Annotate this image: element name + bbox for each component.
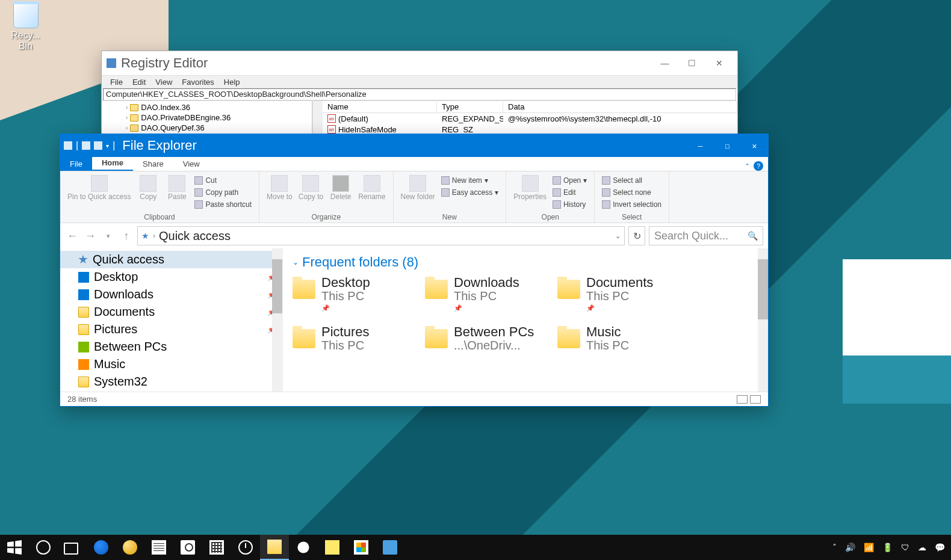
regedit-tree-scrollbar[interactable]: [312, 101, 323, 137]
regedit-menu-file[interactable]: File: [105, 78, 128, 87]
regedit-menu-favorites[interactable]: Favorites: [177, 78, 218, 87]
paste-shortcut-button[interactable]: Paste shortcut: [194, 199, 252, 210]
qat-newfolder-icon[interactable]: [94, 141, 102, 150]
back-button[interactable]: ←: [65, 229, 79, 243]
new-folder-button[interactable]: New folder: [398, 174, 438, 202]
tray-battery-icon[interactable]: 🔋: [882, 543, 893, 552]
address-dropdown-icon[interactable]: ⌄: [615, 232, 621, 240]
folder-item-documents[interactable]: DocumentsThis PC📌: [557, 276, 684, 312]
taskbar-settings[interactable]: [289, 535, 318, 560]
navigation-pane[interactable]: Quick access Desktop📌 Downloads📌 Documen…: [60, 248, 283, 392]
explorer-minimize-button[interactable]: —: [687, 134, 714, 157]
file-explorer-window[interactable]: | ▾ | File Explorer — ☐ ✕ File Home Shar…: [60, 134, 769, 407]
search-box[interactable]: Search Quick... 🔍: [649, 226, 763, 245]
cut-button[interactable]: Cut: [194, 175, 252, 186]
nav-system32[interactable]: System32: [60, 373, 282, 390]
regedit-menu-help[interactable]: Help: [219, 78, 245, 87]
nav-documents[interactable]: Documents📌: [60, 303, 282, 321]
content-pane[interactable]: ⌄Frequent folders (8) DesktopThis PC📌 Do…: [283, 248, 768, 392]
taskbar-paint[interactable]: [116, 535, 144, 560]
nav-scrollbar[interactable]: [272, 248, 282, 392]
ribbon-collapse-icon[interactable]: ⌃: [745, 162, 750, 170]
copy-to-button[interactable]: Copy to: [296, 174, 326, 202]
easy-access-button[interactable]: Easy access ▾: [441, 187, 498, 198]
regedit-tree-node[interactable]: ›DAO.QueryDef.36: [102, 123, 312, 133]
forward-button[interactable]: →: [83, 229, 98, 243]
regedit-close-button[interactable]: ✕: [705, 54, 733, 72]
view-icons-button[interactable]: [750, 395, 761, 404]
qat-icon-1[interactable]: [64, 141, 72, 150]
tray-volume-icon[interactable]: 🔊: [845, 543, 855, 552]
history-button[interactable]: History: [553, 199, 587, 210]
tray-overflow-button[interactable]: ˄: [832, 543, 837, 552]
tab-file[interactable]: File: [60, 157, 92, 171]
regedit-value-list[interactable]: Name Type Data ab(Default) REG_EXPAND_SZ…: [323, 101, 737, 137]
folder-item-desktop[interactable]: DesktopThis PC📌: [293, 276, 419, 312]
nav-quick-access[interactable]: Quick access: [60, 251, 282, 268]
taskbar-calendar[interactable]: [144, 535, 173, 560]
tray-defender-icon[interactable]: 🛡: [901, 543, 909, 552]
taskbar-store[interactable]: [347, 535, 376, 560]
select-none-button[interactable]: Select none: [602, 187, 661, 198]
taskbar[interactable]: ˄ 🔊 📶 🔋 🛡 ☁ 💬: [0, 535, 951, 560]
content-scrollbar[interactable]: [758, 248, 768, 392]
tray-network-icon[interactable]: 📶: [864, 543, 874, 552]
recent-locations-button[interactable]: ▾: [101, 229, 116, 243]
regedit-maximize-button[interactable]: ☐: [678, 54, 705, 72]
regedit-tree-node[interactable]: ›DAO.Index.36: [102, 102, 312, 112]
nav-between-pcs[interactable]: Between PCs: [60, 338, 282, 355]
taskbar-sticky-notes[interactable]: [318, 535, 347, 560]
copy-button[interactable]: Copy: [134, 174, 162, 202]
taskbar-camera[interactable]: [173, 535, 202, 560]
regedit-col-type[interactable]: Type: [437, 102, 503, 111]
tab-home[interactable]: Home: [92, 156, 133, 171]
folder-item-pictures[interactable]: PicturesThis PC: [293, 325, 419, 352]
view-details-button[interactable]: [737, 395, 748, 404]
nav-desktop[interactable]: Desktop📌: [60, 268, 282, 286]
address-bar[interactable]: ★ › Quick access ⌄: [137, 226, 625, 245]
edit-button[interactable]: Edit: [553, 187, 587, 198]
explorer-maximize-button[interactable]: ☐: [714, 134, 741, 157]
copy-path-button[interactable]: Copy path: [194, 187, 252, 198]
regedit-menu-edit[interactable]: Edit: [128, 78, 150, 87]
tray-onedrive-icon[interactable]: ☁: [918, 543, 926, 552]
new-item-button[interactable]: New item ▾: [441, 175, 498, 186]
explorer-close-button[interactable]: ✕: [741, 134, 768, 157]
taskbar-calculator[interactable]: [202, 535, 231, 560]
task-view-button[interactable]: [58, 535, 87, 560]
regedit-titlebar[interactable]: Registry Editor — ☐ ✕: [102, 51, 737, 75]
open-button[interactable]: Open ▾: [553, 175, 587, 186]
nav-downloads[interactable]: Downloads📌: [60, 286, 282, 303]
regedit-menu-view[interactable]: View: [150, 78, 177, 87]
invert-selection-button[interactable]: Invert selection: [602, 199, 661, 210]
nav-music[interactable]: Music: [60, 355, 282, 373]
delete-button[interactable]: Delete: [327, 174, 355, 202]
frequent-folders-header[interactable]: ⌄Frequent folders (8): [293, 254, 758, 270]
regedit-minimize-button[interactable]: —: [651, 54, 678, 72]
regedit-address-bar[interactable]: Computer\HKEY_CLASSES_ROOT\DesktopBackgr…: [103, 88, 736, 100]
folder-item-music[interactable]: MusicThis PC: [557, 325, 684, 352]
taskbar-security[interactable]: [376, 535, 404, 560]
taskbar-file-explorer[interactable]: [260, 535, 289, 560]
pin-quick-access-button[interactable]: Pin to Quick access: [65, 174, 133, 202]
tab-view[interactable]: View: [173, 157, 209, 171]
action-center-button[interactable]: 💬: [935, 543, 945, 552]
paste-button[interactable]: Paste: [163, 174, 191, 202]
explorer-titlebar[interactable]: | ▾ | File Explorer — ☐ ✕: [60, 134, 768, 157]
taskbar-alarms[interactable]: [231, 535, 260, 560]
move-to-button[interactable]: Move to: [264, 174, 295, 202]
breadcrumb-label[interactable]: Quick access: [159, 229, 231, 243]
regedit-col-name[interactable]: Name: [323, 102, 437, 111]
start-button[interactable]: [0, 535, 29, 560]
folder-item-between-pcs[interactable]: Between PCs...\OneDriv...: [425, 325, 551, 352]
regedit-tree-node[interactable]: ›DAO.PrivateDBEngine.36: [102, 112, 312, 123]
properties-button[interactable]: Properties: [511, 174, 549, 202]
nav-pictures[interactable]: Pictures📌: [60, 321, 282, 338]
cortana-button[interactable]: [29, 535, 58, 560]
regedit-value-row[interactable]: ab(Default) REG_EXPAND_SZ @%systemroot%\…: [323, 113, 737, 124]
select-all-button[interactable]: Select all: [602, 175, 661, 186]
regedit-tree-pane[interactable]: ›DAO.Index.36 ›DAO.PrivateDBEngine.36 ›D…: [102, 101, 312, 137]
up-button[interactable]: ↑: [119, 229, 134, 243]
qat-properties-icon[interactable]: [82, 141, 90, 150]
tab-share[interactable]: Share: [133, 157, 173, 171]
